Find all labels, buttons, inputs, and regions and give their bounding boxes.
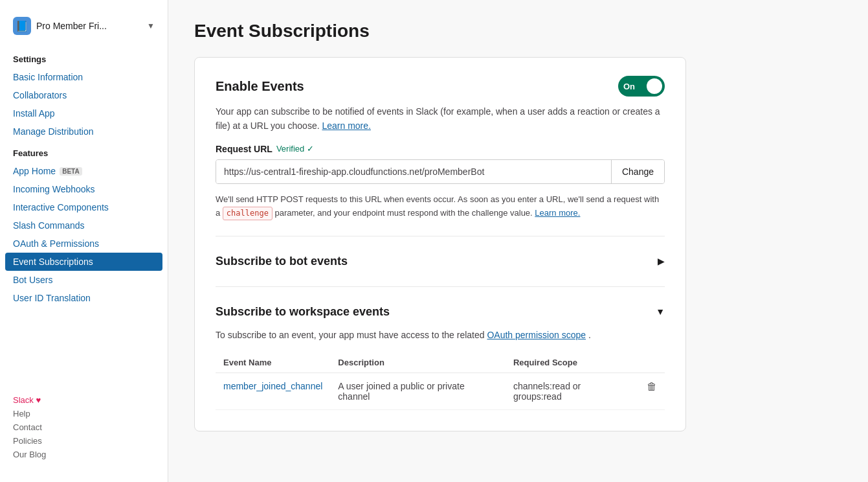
- sidebar-item-incoming-webhooks[interactable]: Incoming Webhooks: [0, 180, 168, 198]
- sidebar-item-event-subscriptions[interactable]: Event Subscriptions: [5, 253, 162, 271]
- subscribe-bot-section: Subscribe to bot events ▶: [216, 252, 665, 271]
- verified-check-icon: ✓: [307, 144, 314, 154]
- app-selector[interactable]: 📘 Pro Member Fri... ▼: [0, 13, 168, 47]
- col-required-scope: Required Scope: [506, 352, 639, 373]
- enable-events-title: Enable Events: [216, 79, 304, 94]
- subscribe-workspace-arrow: ▼: [656, 306, 665, 317]
- slack-love-link[interactable]: Slack ♥: [13, 393, 155, 407]
- subscribe-bot-arrow: ▶: [658, 256, 665, 266]
- contact-link[interactable]: Contact: [13, 420, 155, 434]
- verified-badge: Verified ✓: [276, 144, 314, 154]
- oauth-scope-link[interactable]: OAuth permission scope: [487, 330, 586, 340]
- sidebar-item-interactive-components[interactable]: Interactive Components: [0, 198, 168, 216]
- delete-event-icon[interactable]: 🗑: [647, 381, 657, 392]
- challenge-code: challenge: [223, 207, 273, 220]
- request-url-input[interactable]: [216, 160, 611, 183]
- subscribe-bot-title: Subscribe to bot events: [216, 255, 348, 268]
- event-description-cell: A user joined a public or private channe…: [330, 373, 506, 410]
- subscribe-workspace-header[interactable]: Subscribe to workspace events ▼: [216, 303, 665, 321]
- settings-section-title: Settings: [0, 47, 168, 68]
- change-url-button[interactable]: Change: [611, 160, 664, 183]
- divider-1: [216, 236, 665, 236]
- col-description: Description: [330, 352, 506, 373]
- sidebar-item-install-app[interactable]: Install App: [0, 104, 168, 122]
- toggle-circle: [647, 78, 662, 94]
- url-input-row: Change: [216, 159, 665, 184]
- chevron-down-icon: ▼: [147, 21, 155, 30]
- help-link[interactable]: Help: [13, 407, 155, 420]
- app-name: Pro Member Fri...: [36, 21, 142, 31]
- enable-events-header: Enable Events On: [216, 76, 665, 97]
- subscribe-workspace-description: To subscribe to an event, your app must …: [216, 328, 665, 342]
- page-title: Event Subscriptions: [194, 21, 842, 41]
- toggle-label: On: [623, 82, 635, 91]
- col-actions: [639, 352, 665, 373]
- subscribe-workspace-section: Subscribe to workspace events ▼ To subsc…: [216, 303, 665, 410]
- col-event-name: Event Name: [216, 352, 330, 373]
- request-url-note: We'll send HTTP POST requests to this UR…: [216, 193, 665, 220]
- beta-badge: BETA: [60, 167, 82, 176]
- sidebar-footer: Slack ♥ Help Contact Policies Our Blog: [0, 385, 168, 469]
- app-icon: 📘: [13, 17, 31, 35]
- sidebar-item-bot-users[interactable]: Bot Users: [0, 271, 168, 289]
- sidebar-item-manage-distribution[interactable]: Manage Distribution: [0, 122, 168, 141]
- subscribe-bot-header[interactable]: Subscribe to bot events ▶: [216, 252, 665, 271]
- event-name-link[interactable]: member_joined_channel: [223, 381, 322, 391]
- subscribe-workspace-title: Subscribe to workspace events: [216, 305, 390, 319]
- main-content: Event Subscriptions Enable Events On You…: [168, 0, 868, 482]
- divider-2: [216, 286, 665, 287]
- event-scope-cell: channels:read or groups:read: [506, 373, 639, 410]
- sidebar-item-basic-information[interactable]: Basic Information: [0, 68, 168, 86]
- event-subscriptions-card: Enable Events On Your app can subscribe …: [194, 57, 686, 431]
- sidebar-item-oauth-permissions[interactable]: OAuth & Permissions: [0, 235, 168, 253]
- sidebar-item-app-home[interactable]: App Home BETA: [0, 162, 168, 180]
- enable-events-description: Your app can subscribe to be notified of…: [216, 104, 665, 133]
- features-section-title: Features: [0, 141, 168, 162]
- sidebar-item-collaborators[interactable]: Collaborators: [0, 86, 168, 104]
- request-url-learn-more[interactable]: Learn more.: [535, 208, 580, 218]
- sidebar: 📘 Pro Member Fri... ▼ Settings Basic Inf…: [0, 0, 168, 482]
- event-name-cell: member_joined_channel: [216, 373, 330, 410]
- policies-link[interactable]: Policies: [13, 434, 155, 448]
- blog-link[interactable]: Our Blog: [13, 448, 155, 461]
- workspace-events-table: Event Name Description Required Scope me…: [216, 352, 665, 410]
- request-url-label: Request URL Verified ✓: [216, 144, 665, 154]
- enable-events-toggle[interactable]: On: [618, 76, 665, 97]
- table-row: member_joined_channel A user joined a pu…: [216, 373, 665, 410]
- event-delete-cell: 🗑: [639, 373, 665, 410]
- enable-events-learn-more[interactable]: Learn more.: [322, 120, 370, 131]
- sidebar-item-user-id-translation[interactable]: User ID Translation: [0, 289, 168, 307]
- sidebar-item-slash-commands[interactable]: Slash Commands: [0, 216, 168, 235]
